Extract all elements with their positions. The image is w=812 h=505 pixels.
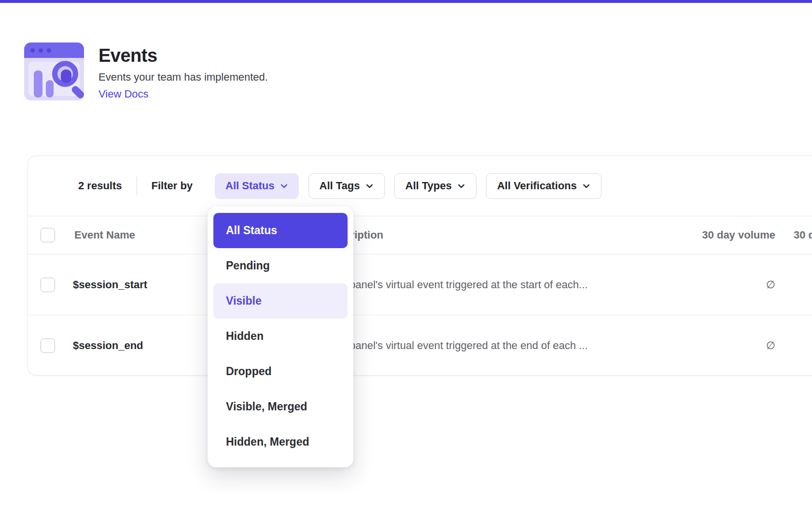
status-filter-dropdown: All Status Pending Visible Hidden Droppe… <box>208 207 353 467</box>
chevron-down-icon <box>582 182 590 190</box>
filter-label: All Types <box>406 180 452 192</box>
results-count: 2 results <box>78 180 122 192</box>
filter-label: All Tags <box>320 180 360 192</box>
column-header-30-day-volume: 30 day volume <box>656 229 775 241</box>
event-volume-cell: ∅ <box>656 339 775 352</box>
event-description-cell: panel's virtual event triggered at the s… <box>350 279 588 291</box>
table-header-row: Event Name Description 30 day volume 30 … <box>28 216 812 254</box>
icon-dot <box>47 48 51 53</box>
dropdown-item-visible[interactable]: Visible <box>213 283 348 319</box>
page-header: Events Events your team has implemented.… <box>24 42 268 100</box>
page-subtitle: Events your team has implemented. <box>98 71 268 84</box>
chevron-down-icon <box>365 182 374 190</box>
icon-chart-bar <box>34 70 42 98</box>
icon-dot <box>30 48 35 53</box>
filter-toolbar: 2 results Filter by All Status All Tags … <box>28 156 812 216</box>
row-checkbox[interactable] <box>41 278 55 292</box>
filter-by-label: Filter by <box>152 180 193 192</box>
toolbar-divider <box>137 177 137 195</box>
filter-all-types-button[interactable]: All Types <box>394 173 476 199</box>
table-row[interactable]: $session_end panel's virtual event trigg… <box>28 315 812 376</box>
page-title: Events <box>98 45 268 66</box>
chevron-down-icon <box>457 182 465 190</box>
icon-magnifier-core <box>61 70 71 83</box>
event-name-cell[interactable]: $session_start <box>73 279 147 291</box>
event-name-cell[interactable]: $session_end <box>73 339 143 352</box>
event-description-cell: panel's virtual event triggered at the e… <box>350 339 588 352</box>
dropdown-item-hidden-merged[interactable]: Hidden, Merged <box>213 424 348 460</box>
view-docs-link[interactable]: View Docs <box>98 88 268 100</box>
icon-chart-bar <box>46 80 54 98</box>
filter-all-status-button[interactable]: All Status <box>215 173 298 199</box>
event-volume-cell: ∅ <box>656 279 775 291</box>
icon-dot <box>39 48 43 53</box>
filter-all-tags-button[interactable]: All Tags <box>308 173 385 199</box>
filter-label: All Status <box>225 180 274 192</box>
filter-label: All Verifications <box>497 180 577 192</box>
column-header-30-day-truncated: 30 day <box>794 229 812 241</box>
select-all-checkbox[interactable] <box>41 228 55 242</box>
dropdown-item-visible-merged[interactable]: Visible, Merged <box>213 389 348 424</box>
column-header-event-name: Event Name <box>74 229 135 241</box>
chevron-down-icon <box>280 182 288 190</box>
events-table-card: 2 results Filter by All Status All Tags … <box>28 155 812 376</box>
dropdown-item-dropped[interactable]: Dropped <box>213 354 348 389</box>
top-accent-bar <box>0 0 812 3</box>
dropdown-item-hidden[interactable]: Hidden <box>213 319 348 354</box>
filter-all-verifications-button[interactable]: All Verifications <box>486 173 602 199</box>
dropdown-item-pending[interactable]: Pending <box>213 248 348 283</box>
row-checkbox[interactable] <box>41 338 55 353</box>
table-row[interactable]: $session_start panel's virtual event tri… <box>28 254 812 315</box>
dropdown-item-all-status[interactable]: All Status <box>213 213 348 248</box>
events-app-icon <box>24 42 84 100</box>
